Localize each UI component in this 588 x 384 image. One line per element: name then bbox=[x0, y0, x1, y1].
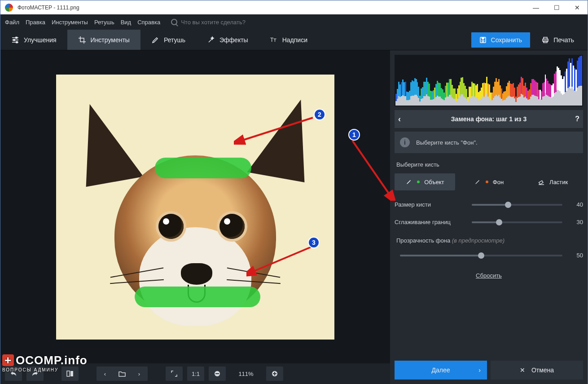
svg-rect-3 bbox=[16, 37, 17, 38]
brush-object-label: Объект bbox=[424, 179, 444, 185]
zoom-percent-display: 111% bbox=[230, 366, 262, 381]
annotation-badge-3: 3 bbox=[308, 237, 320, 248]
image-preview bbox=[56, 75, 334, 340]
smoothing-slider[interactable] bbox=[472, 221, 562, 223]
crop-icon bbox=[78, 36, 86, 44]
object-stroke-1 bbox=[155, 158, 251, 178]
text-icon: Tᴛ bbox=[270, 36, 278, 44]
svg-rect-9 bbox=[482, 37, 484, 39]
object-dot-icon bbox=[417, 181, 420, 183]
next-image-button[interactable]: › bbox=[131, 366, 148, 381]
canvas[interactable]: 2 1 3 bbox=[0, 50, 390, 363]
menu-retouch[interactable]: Ретушь bbox=[94, 19, 114, 26]
brush-size-slider[interactable] bbox=[472, 204, 562, 206]
opacity-row: 50 bbox=[395, 252, 583, 259]
zoom-in-button[interactable] bbox=[266, 366, 283, 381]
smoothing-value: 30 bbox=[568, 219, 583, 225]
fit-screen-button[interactable] bbox=[166, 366, 183, 381]
window-minimize-button[interactable]: — bbox=[526, 0, 546, 14]
save-button[interactable]: Сохранить bbox=[471, 32, 531, 48]
app-logo-icon bbox=[5, 4, 13, 12]
background-dot-icon bbox=[486, 181, 488, 183]
svg-text:Tᴛ: Tᴛ bbox=[270, 37, 276, 43]
print-button[interactable]: Печать bbox=[534, 32, 582, 48]
menu-edit[interactable]: Правка bbox=[26, 19, 45, 26]
brush-eraser-button[interactable]: Ластик bbox=[522, 173, 583, 190]
zoom-out-button[interactable] bbox=[209, 366, 226, 381]
svg-rect-23 bbox=[274, 372, 275, 375]
menu-file[interactable]: Файл bbox=[5, 19, 19, 26]
svg-rect-24 bbox=[539, 181, 543, 184]
menu-search[interactable]: Что вы хотите сделать? bbox=[171, 19, 246, 26]
tab-tools[interactable]: Инструменты bbox=[67, 30, 140, 50]
brush-size-label: Размер кисти bbox=[395, 201, 466, 208]
tab-retouch[interactable]: Ретушь bbox=[140, 30, 196, 50]
step-title: Замена фона: шаг 1 из 3 bbox=[407, 115, 570, 123]
search-icon bbox=[171, 19, 177, 25]
opacity-slider[interactable] bbox=[400, 255, 562, 256]
brush-object-button[interactable]: Объект bbox=[395, 173, 455, 190]
step-back-button[interactable]: ‹ bbox=[398, 115, 407, 124]
brush-icon bbox=[151, 36, 159, 44]
info-icon: i bbox=[400, 137, 410, 147]
cancel-button[interactable]: ✕ Отмена bbox=[491, 361, 583, 380]
titlebar: ФотоМАСТЕР - 1111.png — ☐ ✕ bbox=[0, 0, 588, 14]
svg-rect-13 bbox=[544, 41, 547, 43]
menu-help[interactable]: Справка bbox=[137, 19, 160, 26]
side-panel: /*placeholder*/ ‹ Замена фона: шаг 1 из … bbox=[390, 50, 588, 384]
brush-background-button[interactable]: Фон bbox=[459, 173, 519, 190]
tab-label: Эффекты bbox=[219, 36, 248, 44]
menu-tools[interactable]: Инструменты bbox=[52, 19, 88, 26]
smoothing-row: Сглаживание границ 30 bbox=[395, 219, 583, 225]
window-maximize-button[interactable]: ☐ bbox=[546, 0, 567, 14]
save-label: Сохранить bbox=[491, 36, 522, 44]
tab-effects[interactable]: Эффекты bbox=[196, 30, 259, 50]
svg-line-16 bbox=[254, 247, 311, 271]
object-stroke-2 bbox=[135, 287, 260, 307]
print-icon bbox=[542, 36, 549, 44]
save-icon bbox=[479, 36, 487, 44]
search-placeholder: Что вы хотите сделать? bbox=[181, 19, 246, 26]
svg-line-14 bbox=[243, 118, 313, 140]
opacity-label-row: Прозрачность фона (в предпросмотре) bbox=[396, 237, 581, 244]
brush-size-row: Размер кисти 40 bbox=[395, 201, 583, 208]
wand-icon bbox=[207, 36, 215, 44]
zoom-actual-button[interactable]: 1:1 bbox=[187, 366, 204, 381]
chevron-right-icon: › bbox=[478, 366, 481, 374]
tabbar: Улучшения Инструменты Ретушь Эффекты bbox=[0, 30, 588, 50]
canvas-area: 2 1 3 bbox=[0, 50, 390, 384]
select-brush-label: Выберите кисть bbox=[396, 161, 581, 168]
prev-image-button[interactable]: ‹ bbox=[97, 366, 114, 381]
svg-rect-20 bbox=[215, 373, 219, 374]
svg-rect-4 bbox=[13, 39, 15, 40]
reset-link[interactable]: Сбросить bbox=[395, 272, 583, 279]
close-icon: ✕ bbox=[520, 366, 525, 374]
brush-background-label: Фон bbox=[493, 179, 504, 185]
tab-label: Улучшения bbox=[24, 36, 57, 44]
print-label: Печать bbox=[553, 36, 574, 44]
brush-size-value: 40 bbox=[568, 201, 583, 208]
hint-panel: i Выберите кисть "Фон". bbox=[395, 132, 583, 153]
step-help-button[interactable]: ? bbox=[570, 115, 579, 123]
window-close-button[interactable]: ✕ bbox=[567, 0, 588, 14]
cancel-label: Отмена bbox=[531, 366, 554, 374]
navigate-group: ‹ › bbox=[97, 366, 148, 381]
histogram: /*placeholder*/ bbox=[395, 55, 583, 106]
tab-text[interactable]: Tᴛ Надписи bbox=[259, 30, 318, 50]
svg-point-10 bbox=[482, 40, 483, 41]
svg-line-15 bbox=[352, 141, 389, 194]
tab-label: Ретушь bbox=[164, 36, 185, 44]
tab-label: Инструменты bbox=[91, 36, 130, 44]
window-title: ФотоМАСТЕР - 1111.png bbox=[18, 4, 79, 11]
annotation-badge-2: 2 bbox=[314, 109, 325, 120]
open-folder-button[interactable] bbox=[114, 366, 131, 381]
watermark: +OCOMP.info ВОПРОСЫ АДМИНУ bbox=[2, 353, 88, 372]
brush-eraser-label: Ластик bbox=[549, 179, 568, 185]
tab-enhancements[interactable]: Улучшения bbox=[0, 30, 67, 50]
tab-label: Надписи bbox=[282, 36, 307, 44]
menubar: Файл Правка Инструменты Ретушь Вид Справ… bbox=[0, 14, 588, 30]
svg-rect-5 bbox=[16, 41, 18, 43]
opacity-value: 50 bbox=[568, 252, 583, 259]
menu-view[interactable]: Вид bbox=[121, 19, 132, 26]
next-step-button[interactable]: Далее › bbox=[395, 361, 487, 380]
